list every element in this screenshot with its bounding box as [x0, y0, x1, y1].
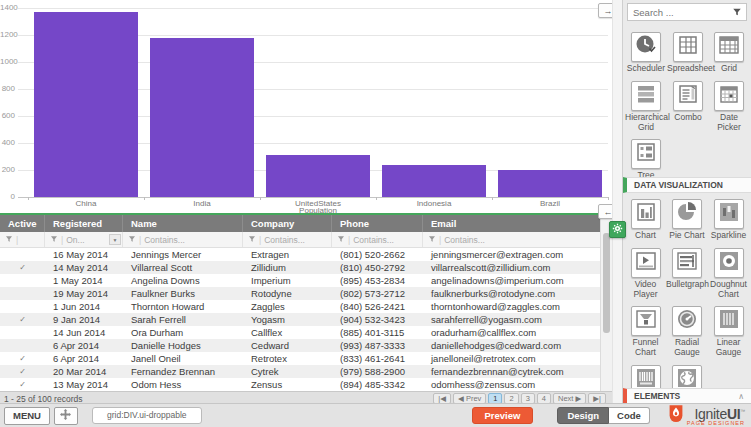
tile-label: Hierarchical Grid	[625, 113, 667, 133]
chevron-up-icon[interactable]: ∧	[738, 392, 744, 401]
y-axis-tick-label: 200	[0, 166, 15, 174]
cell-phone: (802) 573-2712	[332, 287, 423, 300]
cell-registered: 6 Apr 2014	[45, 339, 123, 352]
tile-combo[interactable]: Combo	[667, 81, 709, 133]
tile-label: Linear Gauge	[708, 338, 749, 358]
table-row[interactable]: ✓6 Apr 2014Janell OneilRetrotex(833) 461…	[0, 352, 600, 365]
table-row[interactable]: ✓14 May 2014Villarreal ScottZillidium(81…	[0, 261, 600, 274]
tile-sparkline[interactable]: Sparkline	[708, 199, 749, 241]
cell-registered: 6 Apr 2014	[45, 352, 123, 365]
column-header-active[interactable]: Active	[0, 215, 45, 232]
move-button[interactable]	[54, 407, 78, 425]
tile-label: Combo	[674, 113, 701, 123]
tile-funnel-chart[interactable]: Funnel Chart	[625, 306, 666, 358]
filter-funnel-icon[interactable]	[428, 235, 436, 245]
tile-barcode[interactable]: Barcode	[625, 365, 666, 388]
filter-funnel-icon[interactable]	[248, 235, 256, 245]
table-row[interactable]: 1 Jun 2014Thornton HowardZaggles(840) 52…	[0, 300, 600, 313]
table-row[interactable]: 1 May 2014Angelina DownsImperium(895) 45…	[0, 274, 600, 287]
tile-map[interactable]: Map	[666, 365, 708, 388]
table-row[interactable]: 16 May 2014Jennings MercerExtragen(801) …	[0, 248, 600, 261]
cell-name: Sarah Ferrell	[123, 313, 243, 326]
filter-cell-email[interactable]: |Contains...	[423, 232, 600, 247]
tile-label: Video Player	[625, 280, 666, 300]
tile-icon-box	[672, 365, 702, 388]
scrollbar-thumb[interactable]	[603, 233, 610, 333]
barcode-icon	[634, 366, 658, 388]
filter-placeholder: Contains...	[264, 235, 305, 245]
column-header-email[interactable]: Email	[423, 215, 600, 232]
grid-scrollbar[interactable]	[600, 215, 612, 391]
tile-pie-chart[interactable]: Pie Chart	[666, 199, 708, 241]
filter-icon[interactable]	[732, 7, 746, 17]
table-row[interactable]: ✓9 Jan 2014Sarah FerrellYogasm(904) 532-…	[0, 313, 600, 326]
column-header-registered[interactable]: Registered	[45, 215, 123, 232]
tile-grid[interactable]: Grid	[709, 32, 749, 74]
column-header-name[interactable]: Name	[123, 215, 243, 232]
filter-separator: |	[139, 235, 141, 245]
table-row[interactable]: 6 Apr 2014Danielle HodgesCedward(993) 48…	[0, 339, 600, 352]
y-axis-tick-label: 400	[0, 139, 15, 147]
cell-company: Imperium	[243, 274, 332, 287]
tile-doughnut-chart[interactable]: Doughnut Chart	[708, 248, 749, 300]
filter-cell-company[interactable]: |Contains...	[243, 232, 332, 247]
tile-icon-box	[631, 365, 661, 388]
cell-company: Cytrek	[243, 365, 332, 378]
tile-hierarchical-grid[interactable]: Hierarchical Grid	[625, 81, 667, 133]
filter-cell-name[interactable]: |Contains...	[123, 232, 243, 247]
tile-chart[interactable]: Chart	[625, 199, 666, 241]
column-header-company[interactable]: Company	[243, 215, 332, 232]
design-canvas: 0200400600800100012001400ChinaIndiaUnite…	[0, 0, 612, 403]
bar-india[interactable]	[150, 38, 254, 197]
tile-label: Chart	[635, 231, 656, 241]
table-row[interactable]: 14 Jun 2014Ora DurhamCallflex(885) 401-3…	[0, 326, 600, 339]
code-button[interactable]: Code	[609, 407, 650, 424]
bar-brazil[interactable]	[498, 170, 602, 197]
bar-indonesia[interactable]	[382, 165, 486, 197]
section-header-elements[interactable]: ELEMENTS ∧	[623, 388, 751, 404]
filter-funnel-icon[interactable]	[5, 235, 13, 245]
bar-unitedstates[interactable]	[266, 155, 370, 197]
selection-breadcrumb[interactable]: grid:DIV.ui-droppable	[92, 407, 202, 424]
cell-name: Thornton Howard	[123, 300, 243, 313]
tile-video-player[interactable]: Video Player	[625, 248, 666, 300]
cell-company: Zillidium	[243, 261, 332, 274]
tile-spreadsheet[interactable]: Spreadsheet	[667, 32, 709, 74]
filter-cell-phone[interactable]: |Contains...	[332, 232, 423, 247]
search-input[interactable]	[628, 7, 732, 18]
preview-button[interactable]: Preview	[472, 407, 534, 424]
bar-china[interactable]	[34, 12, 138, 197]
map-icon	[675, 366, 699, 388]
filter-cell-registered[interactable]: |On...▼	[45, 232, 123, 247]
filter-funnel-icon[interactable]	[337, 235, 345, 245]
design-button[interactable]: Design	[557, 407, 609, 424]
cell-registered: 14 May 2014	[45, 261, 123, 274]
filter-funnel-icon[interactable]	[50, 235, 58, 245]
filter-funnel-icon[interactable]	[128, 235, 136, 245]
tile-scheduler[interactable]: Scheduler	[625, 32, 667, 74]
pager-status: 1 - 25 of 100 records	[4, 394, 82, 404]
table-row[interactable]: ✓13 May 2014Odom HessZensus(894) 485-334…	[0, 378, 600, 391]
x-axis-tick	[492, 197, 493, 200]
menu-button[interactable]: MENU	[4, 407, 50, 425]
tile-bulletgraph[interactable]: Bulletgraph	[666, 248, 708, 300]
table-row[interactable]: 19 May 2014Faulkner BurksRotodyne(802) 5…	[0, 287, 600, 300]
section-header-data-visualization[interactable]: DATA VISUALIZATION	[623, 177, 751, 193]
cell-active: ✓	[0, 313, 45, 326]
filter-cell-active[interactable]: |	[0, 232, 45, 247]
tile-icon-box	[631, 81, 661, 111]
data-grid[interactable]: ActiveRegisteredNameCompanyPhoneEmail ||…	[0, 213, 612, 403]
tile-tree[interactable]: Tree	[625, 139, 667, 177]
filter-dropdown-button[interactable]: ▼	[109, 234, 121, 245]
tile-radial-gauge[interactable]: Radial Gauge	[666, 306, 708, 358]
cell-email: janelloneil@retrotex.com	[423, 352, 600, 365]
tile-linear-gauge[interactable]: Linear Gauge	[708, 306, 749, 358]
table-row[interactable]: ✓20 Mar 2014Fernandez BrennanCytrek(979)…	[0, 365, 600, 378]
grid-settings-button[interactable]	[609, 221, 626, 238]
tile-icon-box	[714, 248, 744, 278]
date-picker-icon	[717, 82, 741, 110]
tile-date-picker[interactable]: Date Picker	[709, 81, 749, 133]
bar-chart[interactable]: 0200400600800100012001400ChinaIndiaUnite…	[0, 0, 612, 213]
column-header-phone[interactable]: Phone	[332, 215, 423, 232]
toolbox-group-controls: SchedulerSpreadsheetGridHierarchical Gri…	[623, 26, 751, 177]
